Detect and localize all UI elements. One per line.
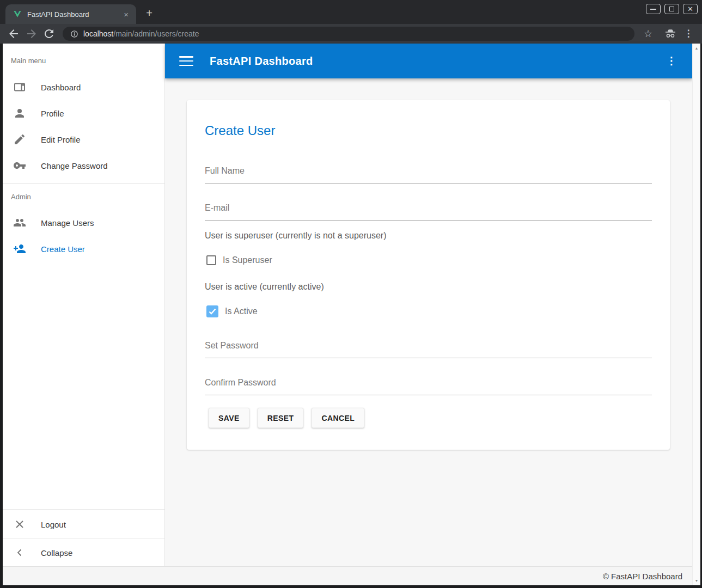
create-user-card: Create User User is superuser (currently… (187, 100, 670, 450)
tab-title: FastAPI Dashboard (27, 10, 121, 19)
sidebar-section-admin: Admin (11, 193, 31, 201)
browser-tab[interactable]: FastAPI Dashboard × (5, 4, 136, 24)
person-add-icon (13, 242, 26, 255)
person-icon (13, 107, 26, 120)
sidebar-divider (3, 509, 164, 510)
browser-titlebar: FastAPI Dashboard × + ✕ (0, 0, 702, 24)
sidebar-item-manage-users[interactable]: Manage Users (3, 210, 164, 236)
confirm-password-field-wrapper (205, 376, 652, 395)
dashboard-icon (13, 81, 26, 94)
sidebar-item-collapse[interactable]: Collapse (3, 540, 164, 566)
footer-copyright: © FastAPI Dashboard (603, 572, 682, 581)
app-bar: FastAPI Dashboard ⋮ (165, 44, 692, 78)
vue-logo-icon (13, 10, 22, 19)
key-icon (13, 159, 26, 172)
chevron-left-icon (13, 546, 26, 559)
sidebar-item-profile[interactable]: Profile (3, 100, 164, 126)
save-button[interactable]: SAVE (209, 408, 249, 428)
sidebar-item-label: Create User (41, 244, 85, 254)
sidebar-item-label: Dashboard (41, 83, 81, 92)
window-maximize-button[interactable] (664, 4, 679, 14)
active-checkbox-label: Is Active (225, 307, 258, 316)
url-path: /main/admin/users/create (113, 29, 199, 38)
browser-menu-kebab-icon[interactable]: ⋮ (682, 27, 695, 40)
forward-icon[interactable] (25, 27, 38, 40)
sidebar-item-edit-profile[interactable]: Edit Profile (3, 126, 164, 152)
active-checkbox-row: Is Active (206, 305, 258, 317)
confirm-password-input[interactable] (205, 376, 652, 395)
scroll-up-icon[interactable]: ▲ (693, 46, 700, 50)
incognito-icon (664, 27, 677, 40)
sidebar-item-logout[interactable]: Logout (3, 511, 164, 537)
bookmark-star-icon[interactable]: ☆ (642, 27, 655, 40)
refresh-icon[interactable] (42, 27, 56, 40)
sidebar-item-label: Manage Users (41, 218, 94, 228)
active-hint: User is active (currently active) (205, 282, 324, 292)
people-icon (13, 216, 26, 229)
url-bar[interactable]: localhost/main/admin/users/create (63, 27, 634, 41)
sidebar-item-label: Logout (41, 520, 66, 529)
sidebar-item-dashboard[interactable]: Dashboard (3, 74, 164, 100)
page-footer: © FastAPI Dashboard (3, 566, 692, 585)
active-checkbox[interactable] (206, 305, 218, 317)
email-field-wrapper (205, 201, 652, 220)
full-name-input[interactable] (205, 164, 652, 183)
cancel-button[interactable]: CANCEL (312, 408, 364, 428)
window-controls: ✕ (646, 4, 698, 14)
page-title: Create User (205, 123, 275, 138)
back-icon[interactable] (7, 27, 20, 40)
page-scrollbar[interactable]: ▲ ▼ (692, 44, 700, 585)
url-host: localhost (83, 29, 113, 38)
close-icon (13, 518, 26, 531)
set-password-input[interactable] (205, 339, 652, 358)
full-name-field-wrapper (205, 164, 652, 183)
scroll-down-icon[interactable]: ▼ (693, 579, 700, 583)
sidebar-divider (3, 183, 164, 184)
app-menu-kebab-icon[interactable]: ⋮ (665, 54, 678, 68)
sidebar-item-change-password[interactable]: Change Password (3, 152, 164, 179)
sidebar-item-label: Profile (41, 109, 64, 118)
sidebar-section-main-menu: Main menu (11, 57, 46, 65)
new-tab-button[interactable]: + (143, 8, 156, 19)
info-icon[interactable] (70, 30, 78, 38)
reset-button[interactable]: RESET (258, 408, 304, 428)
sidebar: Main menu Dashboard Profile Edit Profile… (3, 44, 165, 566)
superuser-hint: User is superuser (currently is not a su… (205, 231, 386, 241)
superuser-checkbox[interactable] (206, 255, 216, 265)
sidebar-item-label: Collapse (41, 548, 72, 558)
checkmark-icon (209, 308, 216, 315)
email-input[interactable] (205, 201, 652, 220)
form-actions: SAVE RESET CANCEL (209, 408, 364, 428)
superuser-checkbox-label: Is Superuser (223, 255, 272, 265)
superuser-checkbox-row: Is Superuser (206, 255, 272, 265)
tab-close-icon[interactable]: × (121, 9, 131, 20)
browser-toolbar: localhost/main/admin/users/create ☆ ⋮ (0, 24, 702, 44)
sidebar-item-label: Edit Profile (41, 135, 81, 144)
hamburger-menu-icon[interactable] (179, 56, 193, 66)
app-title: FastAPI Dashboard (210, 55, 313, 68)
sidebar-divider (3, 538, 164, 538)
window-close-button[interactable]: ✕ (683, 4, 698, 14)
pencil-icon (13, 133, 26, 146)
sidebar-item-label: Change Password (41, 161, 108, 170)
window-minimize-button[interactable] (646, 4, 661, 14)
set-password-field-wrapper (205, 339, 652, 358)
sidebar-item-create-user[interactable]: Create User (3, 236, 164, 262)
